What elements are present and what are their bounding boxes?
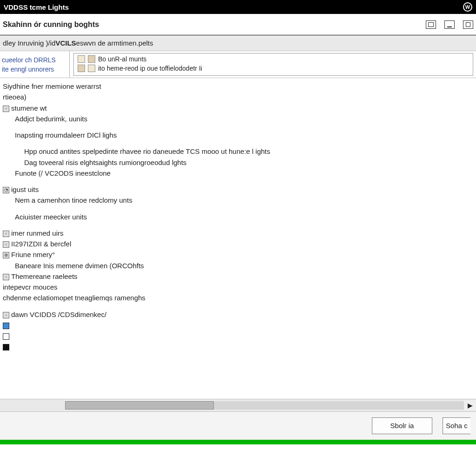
tree-item[interactable]: Nem a camenhon tinoe redclomy unts: [3, 195, 473, 205]
toolbox-row-2: ito heme-reod ip oue toffielododetr Ii: [78, 65, 469, 72]
tree-item[interactable]: ◔igust uits: [3, 184, 473, 195]
horizontal-scrollbar[interactable]: ▶: [0, 399, 476, 412]
window-minimize-icon[interactable]: [444, 20, 455, 29]
tree-item[interactable]: ▫imer runmed uirs: [3, 228, 473, 238]
scrollbar-thumb[interactable]: [65, 401, 214, 410]
window-maximize-icon[interactable]: [463, 20, 473, 29]
tree-content: Siydhine fner memione werarrst rtieoea) …: [0, 78, 476, 352]
toolbox-icon-4[interactable]: [88, 65, 95, 72]
box-icon: ▫: [3, 231, 9, 237]
tree-item[interactable]: ⊕Friune nmery°: [3, 249, 473, 260]
status-strip: [0, 440, 476, 444]
toolbox-icon-3[interactable]: [78, 65, 85, 72]
titlebar: VDDSS tcme Lights W: [0, 0, 476, 14]
top-split: cueelor ch DRRLS ite enngl unnorers Bo u…: [0, 51, 476, 78]
primary-button[interactable]: Sbolr ia: [372, 417, 432, 434]
app-title: VDDSS tcme Lights: [4, 3, 69, 11]
bullet-icon: ◔: [3, 187, 9, 193]
tree-item[interactable]: ▫dawn VCIDDS /CDSdimenkec/: [3, 309, 473, 320]
checkbox-filled-icon[interactable]: [3, 344, 9, 350]
scrollbar-track[interactable]: [65, 401, 464, 410]
tree-item[interactable]: Baneare Inis memene dvimen (ORCOhfts: [3, 260, 473, 271]
checkbox-row[interactable]: [3, 331, 473, 341]
toolbox-text-2: ito heme-reod ip oue toffielododetr Ii: [98, 65, 202, 72]
toolbox-icon-2[interactable]: [88, 55, 95, 63]
leftcol-row-1[interactable]: cueelor ch DRRLS: [0, 55, 69, 65]
box-icon: ▫: [3, 274, 9, 280]
breadcrumb-strong: VCILS: [55, 39, 76, 47]
subheader-text: Skahinn ór cunning boghts: [3, 20, 99, 29]
breadcrumb: dley Inruvinig )/id VCILS eswvn de armti…: [0, 35, 476, 51]
toolbox-icon-1[interactable]: [78, 55, 85, 63]
scrollbar-arrow-right-icon[interactable]: ▶: [464, 400, 476, 410]
box-icon: ▫: [3, 241, 9, 248]
checkbox-row[interactable]: [3, 341, 473, 352]
leftcol-row-2[interactable]: ite enngl unnorers: [0, 65, 69, 74]
checkbox-row[interactable]: [3, 320, 473, 331]
breadcrumb-suffix: eswvn de armtimen.pelts: [76, 39, 153, 47]
window-subheader: Skahinn ór cunning boghts: [0, 14, 476, 35]
tree-item[interactable]: Aciuister meecker units: [3, 212, 473, 222]
box-icon: ▫: [3, 106, 9, 112]
toolbox-panel: Bo unR-al munts ito heme-reod ip oue tof…: [73, 53, 473, 76]
tree-item[interactable]: Dag toveeral risis elghtsaights rumiongr…: [3, 157, 473, 168]
left-column: cueelor ch DRRLS ite enngl unnorers: [0, 51, 70, 78]
tree-item[interactable]: ▫Themereane raeleets: [3, 271, 473, 282]
box-icon: ▫: [3, 312, 9, 318]
tree-item[interactable]: Siydhine fner memione werarrst: [3, 81, 473, 92]
tree-item[interactable]: chdenme eclatiomopet tneagliemqs ramengh…: [3, 292, 473, 303]
spacer: [0, 352, 476, 399]
tree-item[interactable]: ▫II297IZDII & bercfel: [3, 238, 473, 249]
button-bar: Sbolr ia Soha c: [0, 412, 476, 440]
brand-badge-icon: W: [463, 2, 472, 12]
tree-item[interactable]: intepevcr mouces: [3, 282, 473, 292]
window-restore-icon[interactable]: [426, 20, 436, 29]
secondary-button[interactable]: Soha c: [443, 417, 470, 434]
tree-item[interactable]: Addjct bedurimk, uunits: [3, 113, 473, 124]
checkbox-unchecked-icon[interactable]: [3, 333, 9, 340]
box-icon: ⊕: [3, 252, 9, 258]
breadcrumb-prefix: dley Inruvinig )/id: [3, 39, 55, 47]
checkbox-checked-icon[interactable]: [3, 323, 9, 329]
tree-item[interactable]: Hpp onucd antites spelpedinte rhavee rio…: [3, 146, 473, 157]
tree-item[interactable]: ▫stumene wt: [3, 103, 473, 113]
toolbox-row-1: Bo unR-al munts: [78, 55, 469, 63]
tree-item[interactable]: Inapsting rroumdaleerr DICl lighs: [3, 130, 473, 140]
toolbox-text-1: Bo unR-al munts: [98, 55, 146, 63]
tree-item[interactable]: Funote (/ VC2ODS ineestclone: [3, 168, 473, 178]
tree-item[interactable]: rtieoea): [3, 92, 473, 102]
